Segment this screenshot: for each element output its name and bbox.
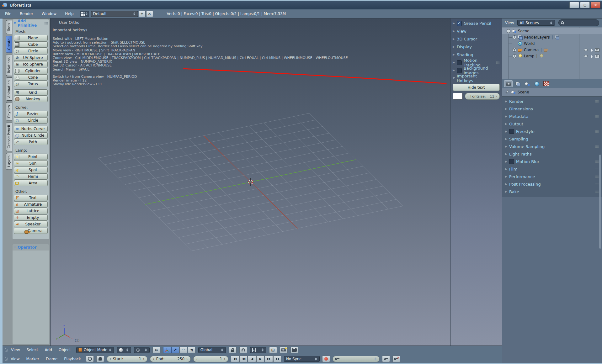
grease-pencil-checkbox[interactable] (457, 21, 462, 26)
expand-arrow-icon[interactable] (505, 183, 507, 186)
render-restrict-camera-icon[interactable] (595, 48, 599, 52)
expand-arrow-icon[interactable] (505, 130, 507, 133)
add-ico-sphere-button[interactable]: Ico Sphere (14, 61, 48, 67)
rotate-manipulator-button[interactable] (179, 347, 187, 353)
translate-manipulator-button[interactable] (171, 347, 179, 353)
timeline-view-menu[interactable]: View (11, 357, 19, 361)
play-button[interactable] (256, 356, 264, 362)
panel-section-display[interactable]: Display (450, 43, 502, 51)
properties-section-light-paths[interactable]: Light Paths (502, 150, 602, 158)
next-keyframe-button[interactable] (265, 356, 273, 362)
view3d-object-menu[interactable]: Object (59, 348, 71, 352)
insert-keyframe-button[interactable] (382, 356, 390, 362)
add-torus-button[interactable]: Torus (14, 81, 48, 87)
expand-arrow-icon[interactable] (505, 190, 507, 193)
expand-arrow-icon[interactable] (505, 175, 507, 178)
add-grid-button[interactable]: Grid (14, 89, 48, 96)
tab-tools[interactable]: Tools (6, 20, 12, 34)
tab-relations[interactable]: Relations (6, 55, 12, 76)
render-restrict-camera-icon[interactable] (595, 55, 599, 58)
properties-section-freestyle[interactable]: Freestyle (502, 128, 602, 135)
expand-arrow-icon[interactable] (505, 153, 507, 156)
render-layers-tab[interactable] (514, 80, 522, 87)
minimize-button[interactable] (569, 2, 579, 8)
view3d-view-menu[interactable]: View (11, 348, 20, 352)
pivot-point-select[interactable] (134, 347, 150, 353)
background-images-checkbox[interactable] (457, 68, 462, 73)
auto-keyframe-record-button[interactable] (322, 356, 330, 362)
properties-section-sampling[interactable]: Sampling (502, 135, 602, 143)
tab-physics[interactable]: Physics (6, 102, 12, 121)
panel-grip-icon[interactable] (595, 168, 599, 171)
texture-tab[interactable] (542, 80, 550, 87)
add-circle-curve-button[interactable]: Circle (14, 117, 48, 124)
menu-help-menu[interactable]: Help (65, 12, 73, 16)
panel-grip-icon[interactable] (595, 100, 599, 103)
outliner-item-lamp[interactable]: +Lamp| (502, 53, 602, 59)
display-mode-select[interactable]: All Scenes (517, 20, 555, 26)
expand-arrow-icon[interactable] (505, 168, 507, 171)
screen-layout-select[interactable]: Default (91, 11, 138, 17)
manipulator-toggle[interactable] (163, 347, 171, 353)
tab-animation[interactable]: Animation (6, 77, 12, 101)
opengl-render-animation-button[interactable] (290, 347, 298, 353)
properties-section-dimensions[interactable]: Dimensions (502, 105, 602, 113)
menu-file-menu[interactable]: File (5, 12, 11, 16)
motion-tracking-checkbox[interactable] (457, 60, 462, 65)
panel-grip-icon[interactable] (496, 22, 500, 25)
panel-grip-icon[interactable] (496, 30, 500, 33)
panel-grip-icon[interactable] (595, 153, 599, 156)
current-frame-field[interactable]: 1 (193, 356, 228, 362)
add-lattice-button[interactable]: Lattice (14, 208, 48, 214)
add-point-lamp-button[interactable]: Point (14, 154, 48, 160)
panel-grip-icon[interactable] (595, 138, 599, 140)
panel-grip-icon[interactable] (595, 160, 599, 163)
panel-grip-icon[interactable] (44, 246, 48, 249)
render-tab[interactable] (504, 80, 513, 87)
snap-element-select[interactable] (250, 347, 266, 353)
expand-arrow-icon[interactable] (453, 61, 455, 64)
tab-grease-pencil[interactable]: Grease Pencil (6, 122, 12, 151)
panel-grip-icon[interactable] (496, 53, 500, 56)
previous-keyframe-button[interactable] (239, 356, 248, 362)
panel-grip-icon[interactable] (595, 145, 599, 148)
properties-section-film[interactable]: Film (502, 165, 602, 173)
pin-icon[interactable] (505, 90, 509, 94)
expand-arrow-icon[interactable] (453, 53, 455, 56)
panel-section-shading[interactable]: Shading (450, 51, 502, 59)
add-bezier-button[interactable]: Bezier (14, 111, 48, 117)
freestyle-checkbox[interactable] (509, 129, 514, 134)
scene-tab[interactable] (523, 80, 531, 87)
maximize-button[interactable] (580, 2, 590, 8)
add-circle-mesh-button[interactable]: Circle (14, 48, 48, 54)
expand-arrow-icon[interactable] (505, 160, 507, 163)
expand-plus-icon[interactable]: + (513, 54, 516, 58)
delete-layout-button[interactable] (146, 11, 153, 17)
add-cone-button[interactable]: Cone (14, 74, 48, 81)
expand-arrow-icon[interactable] (453, 45, 455, 48)
expand-arrow-icon[interactable] (453, 77, 455, 80)
properties-section-performance[interactable]: Performance (502, 173, 602, 180)
panel-section-background-images[interactable]: Background Images (450, 66, 502, 74)
expand-arrow-icon[interactable] (505, 115, 507, 118)
transform-orientation-select[interactable]: Global (198, 347, 226, 353)
outliner-item-renderlayers[interactable]: +RenderLayers| (502, 34, 602, 40)
expand-arrow-icon[interactable] (505, 145, 507, 148)
selectable-cursor-icon[interactable] (590, 48, 593, 52)
properties-section-render[interactable]: Render (502, 98, 602, 105)
panel-grip-icon[interactable] (595, 190, 599, 193)
add-nurbs-circle-button[interactable]: Nurbs Circle (14, 132, 48, 139)
menu-window-menu[interactable]: Window (42, 12, 56, 16)
add-uv-sphere-button[interactable]: UV Sphere (14, 55, 48, 61)
panel-section-important-hotkeys[interactable]: Important Hotkeys (450, 74, 502, 82)
time-display-button[interactable] (86, 356, 94, 362)
add-speaker-button[interactable]: Speaker (14, 221, 48, 227)
expand-arrow-icon[interactable] (453, 38, 455, 40)
timeline-playback-menu[interactable]: Playback (64, 357, 81, 361)
outliner-item-world[interactable]: World (502, 40, 602, 47)
area-corner-grip[interactable] (5, 348, 8, 352)
viewport-3d[interactable]: xyz User Ortho Important hotkeys Select … (50, 18, 450, 346)
panel-grip-icon[interactable] (595, 183, 599, 186)
panel-grip-icon[interactable] (595, 130, 599, 133)
outliner-view-menu[interactable]: View (505, 21, 514, 25)
